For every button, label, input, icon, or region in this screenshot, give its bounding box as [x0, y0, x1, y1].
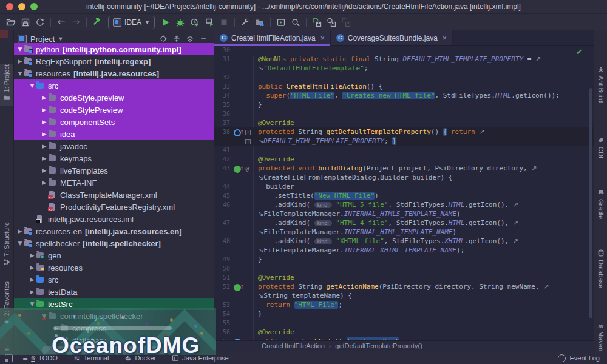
event-log-icon[interactable]: [557, 352, 568, 363]
tree-item[interactable]: ▶componentSets: [14, 116, 214, 128]
tree-collapse-icon[interactable]: ▶: [16, 58, 24, 64]
tree-collapse-icon[interactable]: ▶: [41, 167, 48, 174]
chevron-down-icon[interactable]: ▼: [58, 36, 63, 42]
tree-item[interactable]: ▶liveTemplates: [14, 164, 214, 177]
sidebar-item-database[interactable]: Database: [594, 248, 607, 288]
tree-item[interactable]: ▼testSrc: [14, 298, 214, 310]
tree-expand-icon[interactable]: ▼: [41, 313, 48, 319]
tree-collapse-icon[interactable]: ▶: [29, 277, 36, 283]
settings-wrench-icon[interactable]: [238, 16, 253, 29]
breadcrumb-member[interactable]: getDefaultTemplateProperty(): [335, 342, 422, 349]
override-blue-icon[interactable]: ↑: [234, 128, 245, 137]
tree-collapse-icon[interactable]: ▶: [41, 95, 48, 101]
sidebar-item-cdi[interactable]: CDI: [594, 135, 607, 158]
sidebar-item-7-structure[interactable]: 7: Structure: [0, 222, 13, 285]
commit-save-icon[interactable]: [310, 16, 324, 29]
tree-expand-icon[interactable]: ▼: [29, 301, 36, 307]
tree-expand-icon[interactable]: ▼: [16, 240, 24, 246]
editor-tab[interactable]: CCreateHtmlFileAction.java×: [214, 30, 331, 46]
tree-item[interactable]: ▶testData: [14, 286, 214, 298]
tree-horizontal-scrollbar[interactable]: [53, 326, 172, 330]
tree-item[interactable]: ▶dictionary: [14, 334, 214, 346]
tree-collapse-icon[interactable]: ▶: [41, 131, 48, 137]
fold-expand-icon[interactable]: +: [245, 130, 251, 135]
breadcrumb-class[interactable]: CreateHtmlFileAction: [262, 342, 325, 349]
tree-item[interactable]: <>ProductivityFeaturesRegistry.xml: [14, 201, 214, 213]
tree-expand-icon[interactable]: ▼: [16, 46, 24, 52]
close-tab-icon[interactable]: ×: [320, 34, 325, 42]
open-project-icon[interactable]: [4, 16, 18, 29]
statusbar-item-terminal[interactable]: Terminal: [73, 354, 109, 362]
editor-tab[interactable]: CCoverageSuitesBundle.java×: [331, 30, 453, 46]
tree-item[interactable]: ▶javadoc: [14, 140, 214, 152]
tree-collapse-icon[interactable]: ▶: [29, 265, 36, 271]
build-icon[interactable]: [90, 16, 104, 29]
toolbar-separator: [306, 18, 307, 27]
statusbar-item-6-todo[interactable]: ≡6: TODO: [22, 354, 58, 362]
tree-item[interactable]: ▶RegExpSupport[intellij.regexp]: [14, 55, 214, 67]
tree-collapse-icon[interactable]: ▶: [41, 180, 48, 186]
debug-icon[interactable]: [173, 16, 188, 29]
run-configuration-select[interactable]: IDEA▼: [108, 16, 155, 29]
project-structure-icon[interactable]: [253, 16, 267, 29]
sidebar-item-ant-build[interactable]: Ant Build: [594, 64, 607, 103]
tree-collapse-icon[interactable]: ▶: [41, 107, 48, 113]
tree-item[interactable]: <>ClassTemplateManager.xml: [14, 189, 214, 201]
push-save-icon[interactable]: [339, 16, 353, 29]
tree-item[interactable]: ▶codeStylePreview: [14, 104, 214, 116]
tree-collapse-icon[interactable]: ▶: [41, 155, 48, 161]
tree-collapse-icon[interactable]: ▶: [16, 228, 24, 234]
run-with-coverage-icon[interactable]: [188, 16, 202, 29]
tree-collapse-icon[interactable]: ▶: [41, 143, 48, 149]
statusbar-item-java-enterprise[interactable]: Java Enterprise: [172, 354, 228, 362]
sidebar-item-maven[interactable]: mMaven: [594, 320, 607, 351]
code-text: protected String getActionName(PsiDirect…: [249, 282, 549, 291]
override-green-icon[interactable]: ↑: [234, 283, 245, 292]
sidebar-item-1-project[interactable]: 1: Project: [0, 64, 13, 106]
profiler-icon[interactable]: [202, 16, 217, 29]
tree-item[interactable]: ▶resources: [14, 261, 214, 274]
tree-expand-icon[interactable]: ▼: [29, 83, 36, 89]
tree-item[interactable]: ▶idea: [14, 128, 214, 140]
back-icon[interactable]: ←: [54, 16, 69, 29]
tree-item[interactable]: ▼python[intellij.python.community.impl]: [14, 43, 214, 55]
tree-item[interactable]: ▶keymaps: [14, 152, 214, 164]
tree-collapse-icon[interactable]: ▶: [53, 337, 60, 343]
tree-item[interactable]: ▶gen: [14, 249, 214, 261]
tree-item[interactable]: ▶codeStyle.preview: [14, 92, 214, 104]
save-all-icon[interactable]: [18, 16, 33, 29]
tree-item[interactable]: ▶resources-en[intellij.java.resources.en…: [14, 225, 214, 237]
tree-expand-icon[interactable]: ▼: [16, 70, 24, 76]
tree-item-label: testSrc: [48, 300, 72, 309]
tree-item[interactable]: ▼src: [14, 79, 214, 92]
tree-item[interactable]: ▼spellchecker[intellij.spellchecker]: [14, 237, 214, 249]
tree-item[interactable]: intellij.java.resources.iml: [14, 213, 214, 225]
line-number: 48: [214, 237, 230, 246]
tree-item[interactable]: ▼com.intellij.spellchecker: [14, 310, 214, 322]
statusbar-item-docker[interactable]: Docker: [124, 354, 156, 362]
tree-collapse-icon[interactable]: ▶: [41, 119, 48, 125]
sidebar-item-2-favorites[interactable]: 2: Favorites★: [0, 281, 13, 345]
tree-item[interactable]: ▶src: [14, 274, 214, 286]
event-log-label[interactable]: Event Log: [569, 354, 600, 362]
fold-expand-icon[interactable]: +: [245, 139, 251, 144]
update-save-icon[interactable]: [324, 16, 339, 29]
search-everywhere-icon[interactable]: [288, 16, 303, 29]
code-viewport[interactable]: 3031@NonNls private static final String …: [214, 46, 594, 341]
tree-collapse-icon[interactable]: ▶: [29, 252, 36, 258]
forward-icon[interactable]: →: [69, 16, 83, 29]
tree-collapse-icon[interactable]: ▶: [29, 289, 36, 295]
sidebar-item-gradle[interactable]: Gradle: [594, 187, 607, 219]
tree-item[interactable]: ▼resources[intellij.java.resources]: [14, 67, 214, 79]
run-anything-icon[interactable]: [274, 16, 288, 29]
inspection-ok-icon[interactable]: ✔: [576, 47, 583, 56]
editor-scrollbar[interactable]: [589, 88, 592, 318]
stop-icon[interactable]: [217, 16, 231, 29]
close-tab-icon[interactable]: ×: [443, 34, 447, 42]
code-text: }: [249, 100, 262, 109]
toolwindow-switcher-icon[interactable]: [5, 354, 13, 362]
tree-item[interactable]: ▶META-INF: [14, 177, 214, 189]
run-icon[interactable]: [158, 16, 173, 29]
override-green-at-icon[interactable]: ↑@: [234, 164, 249, 174]
synchronize-icon[interactable]: [33, 16, 47, 29]
